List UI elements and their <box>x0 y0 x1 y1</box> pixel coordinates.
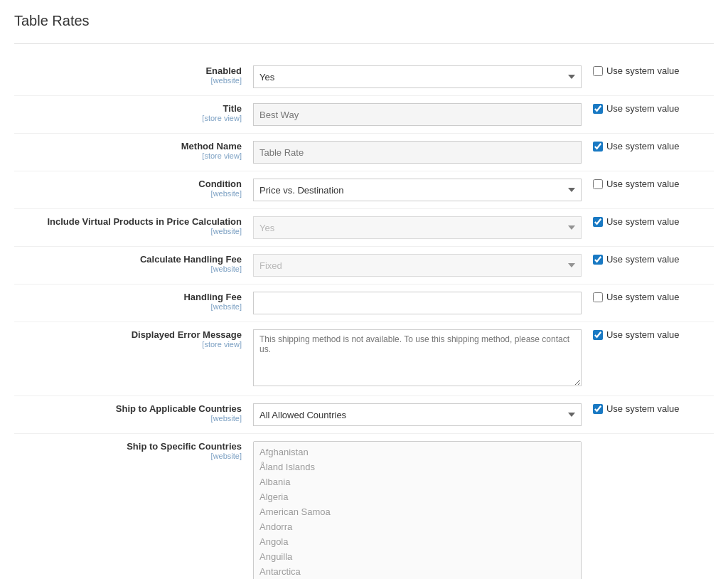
select-ship_applicable[interactable]: All Allowed CountriesSpecific Countries <box>253 403 582 426</box>
system-value-label-enabled[interactable]: Use system value <box>593 65 708 76</box>
label-cell-calculate_handling: Calculate Handling Fee[website] <box>14 247 247 285</box>
field-label-error_message: Displayed Error Message <box>20 329 242 340</box>
system-value-cell-calculate_handling: Use system value <box>587 247 714 285</box>
system-value-label-include_virtual[interactable]: Use system value <box>593 216 708 227</box>
system-value-label-title[interactable]: Use system value <box>593 103 708 114</box>
system-value-label-error_message[interactable]: Use system value <box>593 329 708 340</box>
value-cell-enabled: YesNo <box>247 58 587 96</box>
system-value-checkbox-enabled[interactable] <box>593 66 603 76</box>
label-cell-method_name: Method Name[store view] <box>14 134 247 171</box>
input-title[interactable] <box>253 103 582 126</box>
system-value-label-calculate_handling[interactable]: Use system value <box>593 254 708 265</box>
value-cell-ship_specific: AfghanistanÅland IslandsAlbaniaAlgeriaAm… <box>247 434 587 580</box>
page-wrapper: Table Rates Enabled[website]YesNoUse sys… <box>0 0 728 579</box>
system-value-checkbox-error_message[interactable] <box>593 330 603 340</box>
form-row-title: Title[store view]Use system value <box>14 96 714 134</box>
system-value-cell-ship_specific <box>587 434 714 580</box>
system-value-checkbox-title[interactable] <box>593 104 603 114</box>
form-row-ship_applicable: Ship to Applicable Countries[website]All… <box>14 396 714 434</box>
input-handling_fee[interactable] <box>253 292 582 314</box>
value-cell-title <box>247 96 587 134</box>
field-label-handling_fee: Handling Fee <box>20 292 242 302</box>
form-row-handling_fee: Handling Fee[website]Use system value <box>14 285 714 322</box>
system-value-cell-include_virtual: Use system value <box>587 209 714 247</box>
form-row-ship_specific: Ship to Specific Countries[website]Afgha… <box>14 434 714 580</box>
field-scope-calculate_handling: [website] <box>20 265 242 273</box>
value-cell-ship_applicable: All Allowed CountriesSpecific Countries <box>247 396 587 434</box>
field-scope-title: [store view] <box>20 114 242 122</box>
textarea-error_message[interactable] <box>253 329 582 386</box>
system-value-label-ship_applicable[interactable]: Use system value <box>593 403 708 414</box>
system-value-cell-enabled: Use system value <box>587 58 714 96</box>
form-row-condition: Condition[website]Price vs. DestinationW… <box>14 171 714 209</box>
system-value-checkbox-condition[interactable] <box>593 179 603 189</box>
system-value-cell-handling_fee: Use system value <box>587 285 714 322</box>
select-calculate_handling[interactable]: FixedPercent <box>253 254 582 277</box>
label-cell-ship_specific: Ship to Specific Countries[website] <box>14 434 247 580</box>
label-cell-ship_applicable: Ship to Applicable Countries[website] <box>14 396 247 434</box>
field-label-include_virtual: Include Virtual Products in Price Calcul… <box>20 216 242 227</box>
system-value-cell-title: Use system value <box>587 96 714 134</box>
select-condition[interactable]: Price vs. DestinationWeight vs. Destinat… <box>253 179 582 201</box>
system-value-cell-error_message: Use system value <box>587 322 714 396</box>
value-cell-include_virtual: YesNo <box>247 209 587 247</box>
field-label-condition: Condition <box>20 179 242 189</box>
field-label-ship_applicable: Ship to Applicable Countries <box>20 403 242 414</box>
field-scope-condition: [website] <box>20 189 242 198</box>
label-cell-title: Title[store view] <box>14 96 247 134</box>
settings-form: Enabled[website]YesNoUse system valueTit… <box>14 58 714 579</box>
field-scope-enabled: [website] <box>20 76 242 85</box>
label-cell-condition: Condition[website] <box>14 171 247 209</box>
system-value-checkbox-method_name[interactable] <box>593 142 603 152</box>
system-value-cell-ship_applicable: Use system value <box>587 396 714 434</box>
system-value-cell-condition: Use system value <box>587 171 714 209</box>
field-scope-handling_fee: [website] <box>20 302 242 311</box>
field-scope-ship_applicable: [website] <box>20 414 242 423</box>
label-cell-include_virtual: Include Virtual Products in Price Calcul… <box>14 209 247 247</box>
listbox-ship_specific[interactable]: AfghanistanÅland IslandsAlbaniaAlgeriaAm… <box>253 441 582 579</box>
select-enabled[interactable]: YesNo <box>253 65 582 88</box>
field-label-enabled: Enabled <box>20 65 242 76</box>
value-cell-method_name <box>247 134 587 171</box>
field-label-method_name: Method Name <box>20 141 242 152</box>
field-scope-include_virtual: [website] <box>20 227 242 235</box>
value-cell-handling_fee <box>247 285 587 322</box>
field-scope-ship_specific: [website] <box>20 452 242 460</box>
input-method_name[interactable] <box>253 141 582 164</box>
page-title: Table Rates <box>14 7 714 44</box>
value-cell-error_message <box>247 322 587 396</box>
label-cell-handling_fee: Handling Fee[website] <box>14 285 247 322</box>
system-value-checkbox-ship_applicable[interactable] <box>593 404 603 414</box>
value-cell-condition: Price vs. DestinationWeight vs. Destinat… <box>247 171 587 209</box>
field-scope-error_message: [store view] <box>20 340 242 349</box>
form-row-include_virtual: Include Virtual Products in Price Calcul… <box>14 209 714 247</box>
label-cell-enabled: Enabled[website] <box>14 58 247 96</box>
form-row-error_message: Displayed Error Message[store view]Use s… <box>14 322 714 396</box>
system-value-checkbox-include_virtual[interactable] <box>593 217 603 227</box>
field-label-ship_specific: Ship to Specific Countries <box>20 441 242 452</box>
form-row-enabled: Enabled[website]YesNoUse system value <box>14 58 714 96</box>
field-label-calculate_handling: Calculate Handling Fee <box>20 254 242 265</box>
value-cell-calculate_handling: FixedPercent <box>247 247 587 285</box>
system-value-label-handling_fee[interactable]: Use system value <box>593 292 708 302</box>
select-include_virtual[interactable]: YesNo <box>253 216 582 239</box>
system-value-checkbox-calculate_handling[interactable] <box>593 255 603 265</box>
form-row-calculate_handling: Calculate Handling Fee[website]FixedPerc… <box>14 247 714 285</box>
system-value-cell-method_name: Use system value <box>587 134 714 171</box>
field-scope-method_name: [store view] <box>20 152 242 160</box>
system-value-checkbox-handling_fee[interactable] <box>593 292 603 302</box>
label-cell-error_message: Displayed Error Message[store view] <box>14 322 247 396</box>
field-label-title: Title <box>20 103 242 114</box>
system-value-label-condition[interactable]: Use system value <box>593 179 708 189</box>
system-value-label-method_name[interactable]: Use system value <box>593 141 708 152</box>
form-row-method_name: Method Name[store view]Use system value <box>14 134 714 171</box>
